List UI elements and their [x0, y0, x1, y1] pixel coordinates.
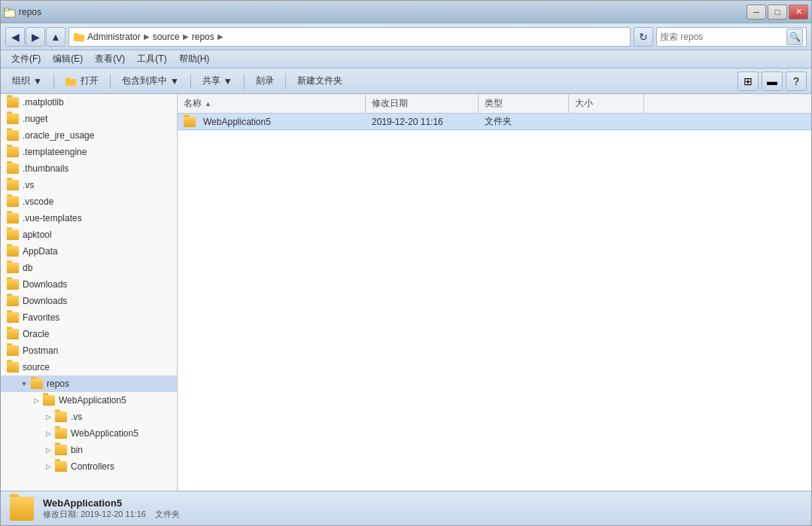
toolbar-sep-1	[53, 74, 54, 89]
toolbar-sep-3	[190, 74, 191, 89]
search-input[interactable]	[660, 32, 783, 42]
back-button[interactable]: ◀	[5, 27, 25, 47]
sidebar-item[interactable]: ▼repos	[1, 375, 177, 392]
sidebar-item[interactable]: .oracle_jre_usage	[1, 127, 177, 144]
folder-icon	[7, 246, 19, 257]
sidebar-item-label: .matplotlib	[23, 97, 64, 108]
help-button[interactable]: ?	[786, 71, 807, 91]
folder-icon	[7, 97, 19, 108]
breadcrumb-arrow-1: ▶	[144, 32, 150, 41]
svg-rect-1	[5, 8, 9, 11]
breadcrumb[interactable]: Administrator ▶ source ▶ repos ▶	[68, 27, 631, 47]
status-detail-date: 2019-12-20 11:16	[81, 509, 146, 518]
expand-arrow-icon: ▷	[43, 445, 53, 455]
sidebar-item[interactable]: .thumbnails	[1, 160, 177, 177]
menu-help[interactable]: 帮助(H)	[173, 51, 216, 67]
forward-button[interactable]: ▶	[26, 27, 45, 47]
sidebar-item[interactable]: source	[1, 359, 177, 375]
burn-label: 刻录	[256, 74, 274, 87]
search-button[interactable]: 🔍	[786, 29, 803, 45]
expand-arrow-icon: ▷	[31, 395, 41, 406]
col-header-name[interactable]: 名称 ▲	[178, 94, 366, 113]
nav-buttons: ◀ ▶ ▲	[5, 27, 65, 47]
organize-arrow: ▼	[33, 76, 42, 87]
col-header-type[interactable]: 类型	[479, 94, 569, 113]
sidebar-list: .matplotlib.nuget.oracle_jre_usage.templ…	[1, 94, 177, 475]
open-folder-icon	[65, 75, 78, 87]
sidebar-item[interactable]: Favorites	[1, 309, 177, 326]
folder-icon	[7, 279, 19, 290]
breadcrumb-part-source[interactable]: source	[153, 32, 180, 42]
sidebar-item-label: Favorites	[23, 312, 59, 323]
file-list: WebApplication52019-12-20 11:16文件夹	[178, 114, 811, 491]
sidebar-item[interactable]: Postman	[1, 342, 177, 359]
status-bar: WebApplication5 修改日期: 2019-12-20 11:16 文…	[1, 491, 811, 525]
sidebar-item[interactable]: .nuget	[1, 111, 177, 127]
menu-tools[interactable]: 工具(T)	[131, 51, 172, 67]
file-cell-size	[569, 114, 644, 129]
sidebar-item[interactable]: ▷bin	[1, 442, 177, 458]
sidebar-item[interactable]: .templateengine	[1, 144, 177, 160]
breadcrumb-part-repos[interactable]: repos	[192, 32, 214, 42]
menu-file[interactable]: 文件(F)	[5, 51, 47, 67]
sidebar-item-label: bin	[71, 445, 83, 455]
menu-edit[interactable]: 编辑(E)	[47, 51, 89, 67]
sidebar-item[interactable]: .vscode	[1, 193, 177, 210]
maximize-button[interactable]: □	[768, 5, 787, 20]
folder-icon	[7, 180, 19, 190]
menu-bar: 文件(F) 编辑(E) 查看(V) 工具(T) 帮助(H)	[1, 50, 811, 68]
open-button[interactable]: 打开	[59, 71, 105, 92]
folder-nav-icon	[74, 32, 84, 42]
up-button[interactable]: ▲	[46, 27, 65, 47]
folder-icon	[43, 395, 55, 406]
menu-view[interactable]: 查看(V)	[89, 51, 131, 67]
share-button[interactable]: 共享 ▼	[196, 71, 239, 92]
sidebar-item-label: source	[23, 362, 50, 372]
file-rows: WebApplication52019-12-20 11:16文件夹	[178, 114, 811, 130]
folder-icon	[7, 263, 19, 273]
col-header-date[interactable]: 修改日期	[366, 94, 479, 113]
organize-button[interactable]: 组织 ▼	[5, 71, 49, 92]
status-detail-type: 文件夹	[155, 509, 180, 518]
toolbar-sep-4	[244, 74, 245, 89]
sidebar-item[interactable]: db	[1, 260, 177, 276]
file-area: 名称 ▲ 修改日期 类型 大小 WebApplication52019-12-2…	[178, 94, 811, 491]
sidebar-item[interactable]: .vs	[1, 177, 177, 193]
sidebar-item-label: Downloads	[23, 296, 67, 306]
close-button[interactable]: ✕	[789, 5, 808, 20]
minimize-button[interactable]: ─	[747, 5, 766, 20]
sidebar-item[interactable]: ▷.vs	[1, 409, 177, 425]
sidebar-item[interactable]: Downloads	[1, 276, 177, 293]
address-bar-area: ◀ ▶ ▲ Administrator ▶ source ▶ repos ▶ ↻	[1, 23, 811, 50]
expand-arrow-icon: ▷	[43, 461, 53, 472]
sidebar-item[interactable]: apktool	[1, 227, 177, 243]
breadcrumb-part-admin[interactable]: Administrator	[87, 32, 141, 42]
folder-icon	[55, 461, 67, 472]
sidebar-item[interactable]: AppData	[1, 243, 177, 260]
sidebar-item[interactable]: Downloads	[1, 293, 177, 309]
sidebar-item[interactable]: ▷Controllers	[1, 458, 177, 475]
folder-icon	[7, 312, 19, 323]
table-row[interactable]: WebApplication52019-12-20 11:16文件夹	[178, 114, 811, 130]
sidebar-item[interactable]: Oracle	[1, 326, 177, 342]
toolbar-sep-5	[285, 74, 286, 89]
up-icon: ▲	[50, 31, 61, 43]
refresh-button[interactable]: ↻	[634, 27, 653, 47]
svg-rect-2	[74, 35, 84, 41]
toolbar: 组织 ▼ 打开 包含到库中 ▼ 共享 ▼ 刻录	[1, 68, 811, 94]
burn-button[interactable]: 刻录	[249, 71, 281, 92]
col-header-size[interactable]: 大小	[569, 94, 644, 113]
include-library-button[interactable]: 包含到库中 ▼	[115, 71, 186, 92]
new-folder-button[interactable]: 新建文件夹	[290, 71, 349, 92]
col-date-label: 修改日期	[372, 97, 408, 110]
preview-pane-button[interactable]: ▬	[762, 71, 783, 91]
sidebar-item[interactable]: .matplotlib	[1, 94, 177, 111]
sidebar-item[interactable]: ▷WebApplication5	[1, 425, 177, 442]
sidebar-item[interactable]: .vue-templates	[1, 210, 177, 227]
view-mode-button[interactable]: ⊞	[737, 71, 759, 91]
folder-icon	[7, 196, 19, 207]
breadcrumb-arrow-3: ▶	[217, 32, 224, 41]
search-bar: 🔍	[656, 27, 807, 47]
sidebar-item-label: Oracle	[23, 329, 49, 339]
sidebar-item[interactable]: ▷WebApplication5	[1, 392, 177, 409]
